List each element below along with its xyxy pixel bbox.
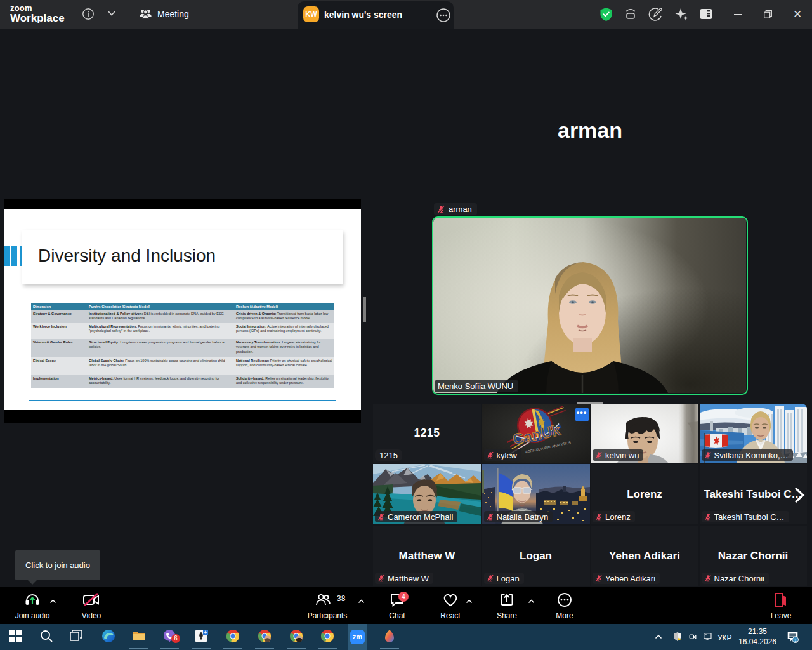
svg-text:1: 1 [794,638,797,642]
